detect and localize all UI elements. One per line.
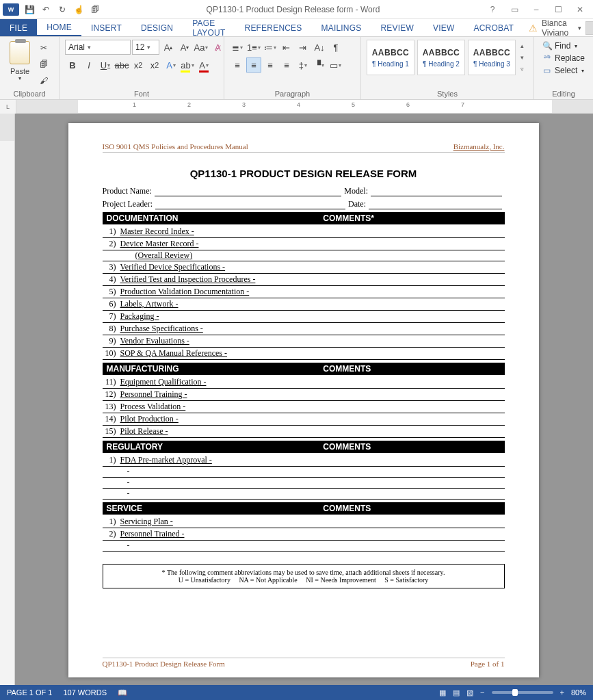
status-words[interactable]: 107 WORDS bbox=[63, 688, 107, 697]
justify-icon[interactable]: ≡ bbox=[279, 57, 294, 73]
select-icon: ▭ bbox=[542, 66, 552, 75]
shrink-font-icon[interactable]: A▾ bbox=[177, 40, 192, 55]
align-center-icon[interactable]: ≡ bbox=[246, 57, 261, 73]
group-clipboard: Paste ▾ ✂ 🗐 🖌 Clipboard bbox=[0, 37, 60, 99]
blank-row: - bbox=[103, 541, 505, 552]
tab-home[interactable]: HOME bbox=[37, 19, 81, 36]
save-icon[interactable]: 💾 bbox=[22, 2, 37, 17]
read-mode-icon[interactable]: ▦ bbox=[439, 688, 446, 697]
style-heading3[interactable]: AABBCC ¶ Heading 3 bbox=[468, 40, 516, 75]
field-model[interactable] bbox=[371, 186, 501, 196]
paste-button[interactable]: Paste ▾ bbox=[5, 40, 34, 83]
group-label-editing: Editing bbox=[540, 90, 588, 98]
font-name-combo[interactable]: Arial▾ bbox=[65, 40, 131, 55]
borders-icon[interactable]: ▭▾ bbox=[328, 57, 343, 73]
document-canvas[interactable]: ISO 9001 QMS Policies and Procedures Man… bbox=[0, 114, 593, 685]
tab-acrobat[interactable]: ACROBAT bbox=[464, 19, 524, 36]
proofing-icon[interactable]: 📖 bbox=[118, 688, 127, 697]
list-item: 7)Packaging - bbox=[103, 311, 505, 323]
clipboard-icon bbox=[10, 41, 30, 64]
copy-icon[interactable]: 🗐 bbox=[88, 2, 103, 17]
label-date: Date: bbox=[348, 199, 366, 209]
numbering-icon[interactable]: 1≡▾ bbox=[246, 40, 261, 55]
field-product-name[interactable] bbox=[155, 186, 342, 196]
style-heading1[interactable]: AABBCC ¶ Heading 1 bbox=[367, 40, 414, 75]
bold-button[interactable]: B bbox=[65, 57, 80, 73]
maximize-icon[interactable]: ☐ bbox=[549, 5, 567, 14]
align-left-icon[interactable]: ≡ bbox=[230, 57, 245, 73]
cut-icon[interactable]: ✂ bbox=[37, 41, 51, 55]
close-icon[interactable]: ✕ bbox=[571, 5, 589, 14]
text-effects-icon[interactable]: A▾ bbox=[163, 57, 179, 73]
user-name: Bianca Viviano bbox=[542, 18, 574, 38]
warning-icon: ⚠ bbox=[529, 23, 538, 34]
align-right-icon[interactable]: ≡ bbox=[263, 57, 278, 73]
section-manufacturing: MANUFACTURING COMMENTS bbox=[103, 363, 505, 375]
decrease-indent-icon[interactable]: ⇤ bbox=[279, 40, 294, 55]
user-account[interactable]: ⚠ Bianca Viviano ▾ bbox=[523, 19, 593, 36]
tab-mailings[interactable]: MAILINGS bbox=[312, 19, 371, 36]
replace-button[interactable]: ᵃᵇReplace bbox=[540, 53, 588, 63]
zoom-slider[interactable] bbox=[492, 691, 553, 694]
format-painter-icon[interactable]: 🖌 bbox=[37, 74, 51, 88]
shading-icon[interactable]: ▝▾ bbox=[312, 57, 327, 73]
subscript-button[interactable]: x2 bbox=[131, 57, 146, 73]
copy-button-icon[interactable]: 🗐 bbox=[37, 57, 51, 71]
strikethrough-button[interactable]: abc bbox=[114, 57, 129, 73]
show-marks-icon[interactable]: ¶ bbox=[328, 40, 343, 55]
ribbon-options-icon[interactable]: ▭ bbox=[505, 5, 523, 14]
help-icon[interactable]: ? bbox=[484, 5, 501, 14]
doc-title: QP1130-1 PRODUCT DESIGN RELEASE FORM bbox=[103, 168, 505, 179]
replace-icon: ᵃᵇ bbox=[542, 53, 552, 63]
doc-footer-left: QP1130-1 Product Design Release Form bbox=[103, 660, 225, 668]
section-regulatory: REGULATORY COMMENTS bbox=[103, 441, 505, 453]
touch-mode-icon[interactable]: ☝ bbox=[71, 2, 86, 17]
style-heading2[interactable]: AABBCC ¶ Heading 2 bbox=[417, 40, 465, 75]
increase-indent-icon[interactable]: ⇥ bbox=[295, 40, 311, 55]
tab-references[interactable]: REFERENCES bbox=[235, 19, 312, 36]
list-item: 6)Labels, Artwork - bbox=[103, 298, 505, 311]
horizontal-ruler[interactable]: L 1 2 3 4 5 6 7 bbox=[0, 100, 593, 114]
underline-button[interactable]: U▾ bbox=[98, 57, 113, 73]
tab-page-layout[interactable]: PAGE LAYOUT bbox=[183, 19, 235, 36]
grow-font-icon[interactable]: A▴ bbox=[161, 40, 176, 55]
sort-icon[interactable]: A↓ bbox=[312, 40, 327, 55]
highlight-icon[interactable]: ab▾ bbox=[180, 57, 195, 73]
field-project-leader[interactable] bbox=[155, 199, 345, 209]
tab-file[interactable]: FILE bbox=[0, 19, 37, 36]
redo-icon[interactable]: ↻ bbox=[55, 2, 70, 17]
tab-view[interactable]: VIEW bbox=[423, 19, 464, 36]
tab-insert[interactable]: INSERT bbox=[81, 19, 131, 36]
superscript-button[interactable]: x2 bbox=[147, 57, 162, 73]
zoom-out-icon[interactable]: − bbox=[480, 688, 484, 697]
print-layout-icon[interactable]: ▤ bbox=[453, 688, 460, 697]
status-page[interactable]: PAGE 1 OF 1 bbox=[7, 688, 52, 697]
styles-more[interactable]: ▴▾▿ bbox=[517, 40, 528, 75]
avatar bbox=[585, 21, 593, 35]
find-button[interactable]: 🔍Find▾ bbox=[540, 41, 588, 51]
vertical-ruler[interactable] bbox=[0, 114, 15, 685]
field-date[interactable] bbox=[369, 199, 502, 209]
list-item: 2)Personnel Trained - bbox=[103, 528, 505, 541]
page[interactable]: ISO 9001 QMS Policies and Procedures Man… bbox=[68, 123, 539, 677]
line-spacing-icon[interactable]: ‡▾ bbox=[295, 57, 311, 73]
zoom-in-icon[interactable]: + bbox=[560, 688, 564, 697]
group-styles: AABBCC ¶ Heading 1 AABBCC ¶ Heading 2 AA… bbox=[361, 37, 534, 99]
group-label-styles: Styles bbox=[367, 90, 528, 98]
italic-button[interactable]: I bbox=[81, 57, 96, 73]
clear-format-icon[interactable]: A̷ bbox=[210, 40, 225, 55]
font-color-icon[interactable]: A▾ bbox=[196, 57, 211, 73]
undo-icon[interactable]: ↶ bbox=[38, 2, 53, 17]
paste-label: Paste bbox=[10, 67, 29, 75]
tab-review[interactable]: REVIEW bbox=[371, 19, 423, 36]
zoom-level[interactable]: 80% bbox=[571, 688, 586, 697]
minimize-icon[interactable]: – bbox=[527, 5, 545, 14]
change-case-icon[interactable]: Aa▾ bbox=[194, 40, 209, 55]
list-item: 1)Servicing Plan - bbox=[103, 516, 505, 528]
web-layout-icon[interactable]: ▧ bbox=[466, 688, 473, 697]
tab-design[interactable]: DESIGN bbox=[131, 19, 183, 36]
font-size-combo[interactable]: 12▾ bbox=[132, 40, 159, 55]
select-button[interactable]: ▭Select▾ bbox=[540, 66, 588, 75]
bullets-icon[interactable]: ≣▾ bbox=[230, 40, 245, 55]
multilevel-icon[interactable]: ≔▾ bbox=[263, 40, 278, 55]
